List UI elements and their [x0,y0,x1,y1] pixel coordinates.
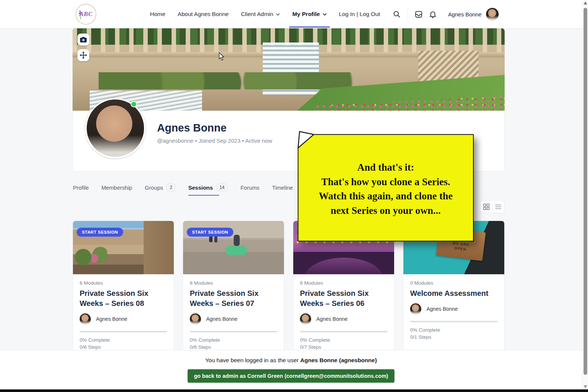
author-row: Agnes Bonne [410,303,498,314]
top-navbar: ABC Home About Agnes Bonne Client Admin … [0,0,582,28]
session-card[interactable]: START SESSION 6 Modules Private Session … [73,221,174,359]
site-logo[interactable]: ABC [76,4,96,25]
start-session-badge[interactable]: START SESSION [77,228,123,237]
author-name: Agnes Bonne [426,306,458,312]
session-title[interactable]: Private Session Six Weeks – Series 08 [80,288,167,309]
progress-bar [410,321,498,322]
avatar [300,313,311,325]
steps-count: 0/1 Steps [410,334,498,340]
progress-bar [80,331,167,332]
card-body: 6 Modules Private Session Six Weeks – Se… [73,274,174,350]
session-card[interactable]: START SESSION 6 Modules Private Session … [183,221,284,359]
tab-label: Groups [145,184,163,191]
profile-name: Agnes Bonne [157,122,227,134]
grid-view-button[interactable] [480,200,492,213]
card-body: 6 Modules Private Session Six Weeks – Se… [183,274,284,350]
author-name: Agnes Bonne [206,316,237,322]
scrollbar[interactable] [582,0,588,392]
modules-count: 6 Modules [80,280,167,286]
tab-profile[interactable]: Profile [73,181,89,194]
profile-meta: @agnesbonne • Joined Sep 2023 • Active n… [157,137,272,144]
change-cover-button[interactable] [77,34,89,45]
tab-label: Forums [240,184,259,191]
image-detail [73,244,107,268]
tab-count-badge: 2 [166,183,176,192]
image-detail [293,252,394,274]
nav-item-my-profile[interactable]: My Profile [292,0,326,28]
view-toggle [480,200,505,213]
percent-complete: 0% Complete [410,327,498,333]
avatar[interactable] [486,8,499,20]
start-session-badge[interactable]: START SESSION [187,228,233,237]
nav-menu: Home About Agnes Bonne Client Admin My P… [150,0,380,28]
mouse-cursor [219,53,226,61]
message-prefix: You have been logged in as the user [205,357,300,363]
chevron-down-icon [323,13,327,16]
nav-item-login-logout[interactable]: Log In | Log Out [339,0,380,28]
image-detail [234,235,240,246]
progress-bar [300,331,387,332]
tab-count-badge: 14 [216,183,228,192]
session-title[interactable]: Welcome Assessment [410,288,498,298]
percent-complete: 0% Complete [190,337,277,343]
tab-label: Sessions [188,184,213,191]
nav-item-client-admin[interactable]: Client Admin [241,0,280,28]
author-row: Agnes Bonne [300,313,387,325]
reposition-cover-button[interactable] [77,49,89,61]
progress-bar [190,331,277,332]
session-title[interactable]: Private Session Six Weeks – Series 07 [190,288,277,309]
tab-label: Profile [73,184,89,191]
tab-membership[interactable]: Membership [102,181,132,194]
image-detail [226,246,247,255]
avatar [410,303,421,314]
chevron-down-icon [276,13,280,16]
nav-item-label: Home [150,11,165,18]
nav-item-about[interactable]: About Agnes Bonne [178,0,229,28]
search-icon[interactable] [393,10,401,18]
percent-complete: 0% Complete [80,337,167,343]
avatar [80,313,91,325]
nav-item-home[interactable]: Home [150,0,165,28]
session-card-image: START SESSION [73,221,174,274]
author-row: Agnes Bonne [190,313,277,325]
bell-icon[interactable] [429,10,437,18]
camera-icon [80,37,87,42]
steps-count: 0/6 Steps [190,344,277,350]
card-body: 6 Modules Private Session Six Weeks – Se… [293,274,394,350]
tab-sessions[interactable]: Sessions 14 [188,181,228,194]
scrollbar-thumb[interactable] [584,8,587,375]
session-title[interactable]: Private Session Six Weeks – Series 06 [300,288,387,309]
scroll-down-arrow[interactable] [584,385,587,388]
author-name: Agnes Bonne [316,316,348,322]
nav-item-label: Log In | Log Out [339,11,380,18]
percent-complete: 0% Complete [300,337,387,343]
nav-item-label: Client Admin [241,11,273,18]
profile-avatar[interactable] [85,98,146,158]
author-name: Agnes Bonne [96,316,127,322]
modules-count: 6 Modules [300,280,387,286]
tab-forums[interactable]: Forums [240,181,259,194]
page: ABC Home About Agnes Bonne Client Admin … [0,0,588,392]
modules-count: 6 Modules [190,280,277,286]
sticky-note-text: And that's it: That's how you clone a Se… [298,160,473,218]
back-to-admin-button[interactable]: go back to admin as Cornell Green (corne… [188,369,394,383]
inbox-icon[interactable] [415,10,423,18]
message-user: Agnes Bonne (agnesbonne) [300,357,377,363]
list-icon [495,205,501,209]
tab-timeline[interactable]: Timeline [272,181,293,194]
cover-photo [73,28,505,111]
scroll-up-arrow[interactable] [584,1,587,4]
divider [408,9,408,20]
tab-label: Membership [102,184,132,191]
cover-shrubs [99,72,375,89]
nav-right-cluster: Agnes Bonne [393,0,499,28]
admin-impersonation-band: You have been logged in as the user Agne… [0,350,582,392]
nav-user-name[interactable]: Agnes Bonne [448,11,482,18]
logged-in-message: You have been logged in as the user Agne… [0,357,582,364]
lavender-icon [78,9,84,20]
modules-count: 0 Modules [410,280,498,286]
tab-groups[interactable]: Groups 2 [145,181,176,194]
list-view-button[interactable] [493,200,505,213]
sticky-note: And that's it: That's how you clone a Se… [298,134,474,241]
bottom-strip [0,389,588,392]
